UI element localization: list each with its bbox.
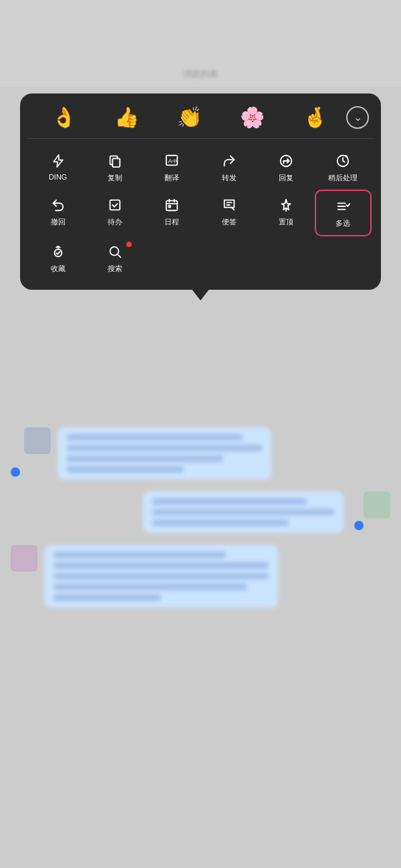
- forward-icon: [220, 152, 239, 170]
- svg-line-15: [118, 254, 120, 257]
- action-schedule[interactable]: 日程: [144, 190, 200, 236]
- memo-label: 便签: [222, 217, 237, 227]
- emoji-ok[interactable]: 👌: [32, 105, 95, 129]
- bubble-line: [67, 434, 243, 441]
- action-memo[interactable]: 便签: [200, 190, 257, 236]
- online-dot-1: [11, 467, 20, 477]
- emoji-more-button[interactable]: ⌄: [346, 106, 369, 129]
- collect-label: 收藏: [51, 264, 65, 274]
- schedule-icon: [162, 196, 181, 214]
- undo-icon: [49, 196, 68, 214]
- svg-rect-6: [110, 200, 120, 210]
- bubble-line: [67, 466, 184, 473]
- bubble-3: [44, 545, 278, 608]
- chat-row-1: [11, 427, 390, 479]
- svg-text:中: 中: [172, 158, 177, 164]
- collect-icon: [49, 243, 68, 260]
- avatar-2: [364, 491, 390, 518]
- svg-rect-7: [166, 201, 178, 211]
- action-pin[interactable]: 置顶: [257, 190, 314, 236]
- reply-icon: [277, 152, 295, 170]
- action-copy[interactable]: 复制: [86, 146, 143, 190]
- bubble-1: [57, 427, 271, 479]
- emoji-row: 👌 👍 👏 🌸 🤞 ⌄: [27, 105, 374, 139]
- emoji-clap[interactable]: 👏: [158, 105, 221, 129]
- chat-area: [0, 427, 401, 620]
- online-dot-2: [354, 521, 364, 530]
- emoji-thumbsup[interactable]: 👍: [95, 105, 158, 129]
- ding-label: DING: [49, 173, 68, 181]
- bubble-line: [53, 562, 269, 569]
- avatar-1: [24, 427, 51, 454]
- emoji-heart-hands[interactable]: 🤞: [283, 105, 346, 129]
- forward-label: 转发: [222, 173, 237, 183]
- action-multiselect[interactable]: 多选: [315, 190, 372, 236]
- action-forward[interactable]: 转发: [200, 146, 257, 190]
- chevron-down-icon: ⌄: [354, 112, 362, 123]
- action-ding[interactable]: DING: [29, 146, 86, 190]
- search-label: 搜索: [108, 264, 122, 274]
- copy-label: 复制: [108, 173, 122, 183]
- memo-icon: [220, 196, 239, 214]
- copy-icon: [106, 152, 124, 170]
- action-reply[interactable]: 回复: [257, 146, 314, 190]
- bubble-line: [53, 594, 161, 601]
- search-icon: [106, 243, 124, 260]
- schedule-label: 日程: [164, 217, 179, 227]
- bubble-line: [67, 455, 223, 462]
- bubble-2: [143, 491, 344, 533]
- bubble-line: [53, 573, 269, 580]
- multiselect-icon: [333, 198, 352, 215]
- translate-icon: A 中: [162, 152, 181, 170]
- todo-icon: [106, 196, 124, 214]
- ding-icon: [49, 152, 68, 170]
- bubble-line: [67, 445, 262, 451]
- action-todo[interactable]: 待办: [86, 190, 143, 236]
- avatar-3: [11, 545, 37, 572]
- multiselect-label: 多选: [336, 218, 350, 228]
- chat-row-3: [11, 545, 390, 608]
- chat-row-2: [11, 491, 390, 533]
- action-grid: DING 复制 A 中 翻译: [27, 146, 374, 280]
- bubble-line: [152, 509, 334, 515]
- todo-label: 待办: [108, 217, 122, 227]
- reply-label: 回复: [279, 173, 293, 183]
- popup-menu: 👌 👍 👏 🌸 🤞 ⌄ DING 复制: [20, 93, 381, 290]
- pin-label: 置顶: [279, 217, 293, 227]
- action-translate[interactable]: A 中 翻译: [144, 146, 200, 190]
- search-notification-dot: [126, 242, 132, 247]
- action-undo[interactable]: 撤回: [29, 190, 86, 236]
- svg-rect-0: [112, 158, 120, 167]
- action-search[interactable]: 搜索: [86, 236, 143, 280]
- emoji-flower[interactable]: 🌸: [221, 105, 283, 129]
- bubble-line: [53, 552, 226, 558]
- bubble-line: [152, 519, 289, 526]
- undo-label: 撤回: [51, 217, 65, 227]
- action-collect[interactable]: 收藏: [29, 236, 86, 280]
- later-icon: [333, 152, 352, 170]
- translate-label: 翻译: [164, 173, 179, 183]
- svg-rect-8: [169, 206, 171, 208]
- pin-icon: [277, 196, 295, 214]
- bubble-line: [53, 584, 247, 590]
- bubble-line: [152, 498, 307, 505]
- action-later[interactable]: 稍后处理: [315, 146, 372, 190]
- later-label: 稍后处理: [328, 173, 358, 183]
